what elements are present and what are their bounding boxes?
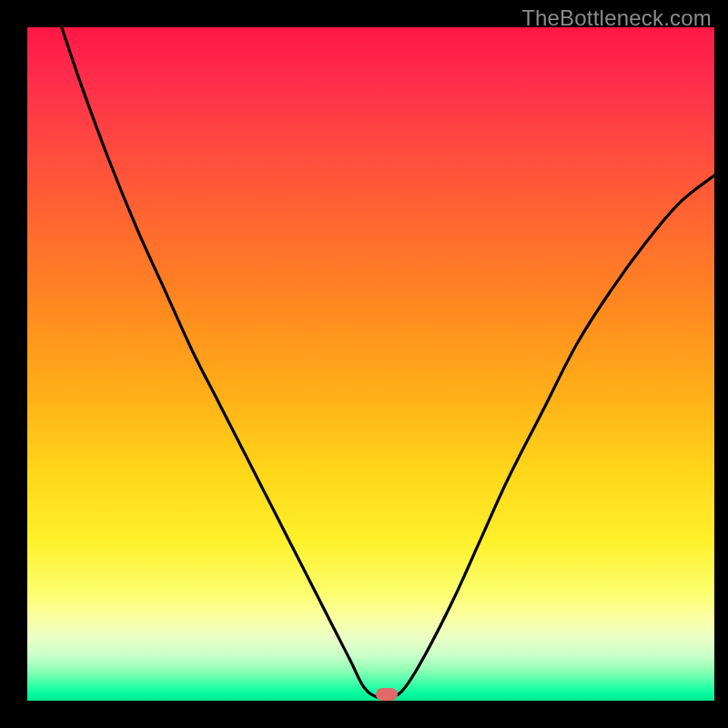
chart-frame: TheBottleneck.com: [0, 0, 728, 728]
optimum-marker-icon: [376, 688, 398, 701]
watermark-text: TheBottleneck.com: [521, 5, 712, 31]
bottleneck-curve: [27, 27, 714, 701]
curve-path: [62, 27, 714, 699]
plot-area: [27, 27, 714, 701]
